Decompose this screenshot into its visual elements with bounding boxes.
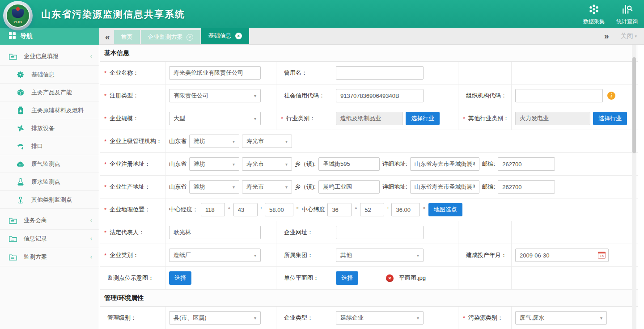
sidebar-nav-header[interactable]: 导航 xyxy=(0,28,99,45)
form-row-category-group-date: *企业类别： 造纸厂▾ 所属集团： 其他▾ 建成投产年月： 15 xyxy=(100,244,638,267)
close-tab-icon[interactable]: × xyxy=(186,34,193,41)
legal-person-input[interactable] xyxy=(169,226,261,239)
sidebar-group-label: 业务会商 xyxy=(24,216,90,224)
calendar-icon[interactable]: 15 xyxy=(598,252,606,259)
register-addr-town-input[interactable] xyxy=(318,157,380,171)
map-pick-button[interactable]: 地图选点 xyxy=(428,203,462,216)
register-addr-zip-input[interactable] xyxy=(498,157,555,171)
nav-title: 导航 xyxy=(20,32,33,40)
sidebar-group-info-record[interactable]: 信息记录 ‹ xyxy=(0,230,99,248)
company-name-input[interactable] xyxy=(169,66,261,80)
company-category-select[interactable]: 造纸厂▾ xyxy=(169,249,261,262)
sidebar-item-water-monitor[interactable]: 废水监测点 xyxy=(0,173,99,191)
select-other-industry-button[interactable]: 选择行业 xyxy=(593,112,627,125)
form-content: 基本信息 *企业名称： 曾用名： *注册类型： 有限责任公司▾ 社会信用代码： … xyxy=(100,45,638,329)
production-addr-detail-input[interactable] xyxy=(410,180,479,194)
latitude-minute-input[interactable] xyxy=(360,203,384,216)
logo-text: ZHB xyxy=(7,20,29,24)
sidebar-group-business-consult[interactable]: 业务会商 ‹ xyxy=(0,211,99,230)
sidebar-item-materials[interactable]: 主要原辅材料及燃料 xyxy=(0,101,99,119)
register-type-select[interactable]: 有限责任公司▾ xyxy=(169,89,261,102)
parent-org-city-select[interactable]: 潍坊▾ xyxy=(189,135,239,148)
credit-code-input[interactable] xyxy=(336,89,424,102)
website-label: 企业网址： xyxy=(284,228,313,236)
enterprise-type-select[interactable]: 延续企业▾ xyxy=(336,311,424,325)
production-date-input[interactable] xyxy=(515,249,609,262)
folder-icon xyxy=(9,253,17,261)
mgmt-level-select[interactable]: 县(市、区属)▾ xyxy=(169,311,261,325)
outlet-icon xyxy=(17,142,25,150)
sidebar-item-basic-info[interactable]: 基础信息 xyxy=(0,66,99,84)
longitude-degree-input[interactable] xyxy=(201,203,225,216)
choose-sketch-button[interactable]: 选择 xyxy=(169,271,191,285)
sidebar-item-outlet[interactable]: 排口 xyxy=(0,137,99,155)
sidebar-group-label: 信息记录 xyxy=(24,235,90,243)
scroll-tabs-left-icon[interactable]: « xyxy=(105,33,110,41)
sidebar-group-enterprise-info[interactable]: 企业信息填报 ‹ xyxy=(0,47,99,66)
pollution-type-select[interactable]: 废气,废水▾ xyxy=(515,311,607,325)
longitude-label: 中心经度： xyxy=(169,206,198,214)
production-addr-county-select[interactable]: 寿光市▾ xyxy=(242,180,292,194)
parent-org-county-select[interactable]: 寿光市▾ xyxy=(242,135,292,148)
select-industry-button[interactable]: 选择行业 xyxy=(406,112,440,125)
tab-home[interactable]: 首页 xyxy=(114,30,140,44)
mgmt-level-label: 管理级别： xyxy=(107,314,136,322)
grid-icon xyxy=(9,32,16,40)
stats-query-button[interactable]: 统计查询 xyxy=(616,4,638,25)
close-menu-button[interactable]: 关闭 ▾ xyxy=(620,32,637,40)
sidebar-group-monitor-plan[interactable]: 监测方案 ‹ xyxy=(0,248,99,266)
production-addr-town-input[interactable] xyxy=(318,180,380,194)
credit-code-label: 社会信用代码： xyxy=(284,92,325,100)
org-code-input[interactable] xyxy=(515,89,603,102)
form-row-scale-industry: *企业规模： 大型▾ *行业类别： 选择行业 *其他行业类别： 选择行业 xyxy=(100,107,638,130)
sidebar-item-other-monitor[interactable]: 其他类别监测点 xyxy=(0,191,99,209)
data-collection-button[interactable]: 数据采集 xyxy=(583,4,605,25)
close-menu-label: 关闭 xyxy=(620,32,633,40)
close-tab-icon[interactable]: × xyxy=(235,33,242,39)
legal-person-label: 法定代表人： xyxy=(110,228,144,236)
company-name-label: 企业名称： xyxy=(110,69,139,77)
form-row-images: 监测点位示意图： 选择 单位平面图： 选择 × 平面图.jpg xyxy=(100,267,638,290)
latitude-degree-input[interactable] xyxy=(327,203,352,216)
delete-file-icon[interactable]: × xyxy=(386,274,394,282)
sidebar-item-label: 排口 xyxy=(31,142,93,150)
page: ZHB 山东省污染源监测信息共享系统 数据采集 xyxy=(0,0,644,329)
data-collection-label: 数据采集 xyxy=(583,18,605,25)
pollution-type-label: 污染源类别： xyxy=(468,314,503,322)
scroll-tabs-right-icon[interactable]: » xyxy=(604,32,609,40)
zip-label: 邮编: xyxy=(482,183,496,191)
sidebar-item-emission-equipment[interactable]: 排放设备 xyxy=(0,119,99,137)
enterprise-type-label: 企业类型： xyxy=(284,314,313,322)
chevron-left-icon: ‹ xyxy=(90,253,93,261)
folder-icon xyxy=(9,52,17,60)
register-addr-detail-input[interactable] xyxy=(410,157,479,171)
header-actions: 数据采集 统计查询 xyxy=(583,4,638,25)
company-scale-label: 企业规模： xyxy=(110,114,139,122)
company-scale-select[interactable]: 大型▾ xyxy=(169,112,261,125)
company-category-label: 企业类别： xyxy=(110,251,139,259)
group-select[interactable]: 其他▾ xyxy=(336,249,424,262)
sidebar-item-gas-monitor[interactable]: 废气监测点 xyxy=(0,155,99,173)
uploaded-file-name: 平面图.jpg xyxy=(399,274,426,282)
sidebar-item-products[interactable]: 主要产品及产能 xyxy=(0,84,99,101)
production-addr-city-select[interactable]: 潍坊▾ xyxy=(189,180,239,194)
register-addr-county-select[interactable]: 寿光市▾ xyxy=(242,157,292,171)
register-type-label: 注册类型： xyxy=(110,92,139,100)
former-name-input[interactable] xyxy=(336,66,424,80)
caret-down-icon: ▾ xyxy=(254,93,256,98)
chevron-left-icon: ‹ xyxy=(90,216,93,224)
app-logo-icon: ZHB xyxy=(3,1,33,30)
caret-down-icon: ▾ xyxy=(254,116,256,121)
production-addr-zip-input[interactable] xyxy=(498,180,555,194)
register-addr-city-select[interactable]: 潍坊▾ xyxy=(189,157,239,171)
longitude-second-input[interactable] xyxy=(265,203,293,216)
sidebar-item-label: 主要原辅材料及燃料 xyxy=(31,106,93,114)
tab-enterprise-monitor-plan[interactable]: 企业监测方案 × xyxy=(141,30,200,44)
tab-basic-info[interactable]: 基础信息 × xyxy=(201,27,249,44)
vertical-scrollbar[interactable] xyxy=(632,45,636,329)
latitude-second-input[interactable] xyxy=(391,203,420,216)
choose-plan-button[interactable]: 选择 xyxy=(336,271,358,285)
scrollbar-thumb[interactable] xyxy=(632,57,636,153)
website-input[interactable] xyxy=(336,226,424,239)
longitude-minute-input[interactable] xyxy=(233,203,258,216)
